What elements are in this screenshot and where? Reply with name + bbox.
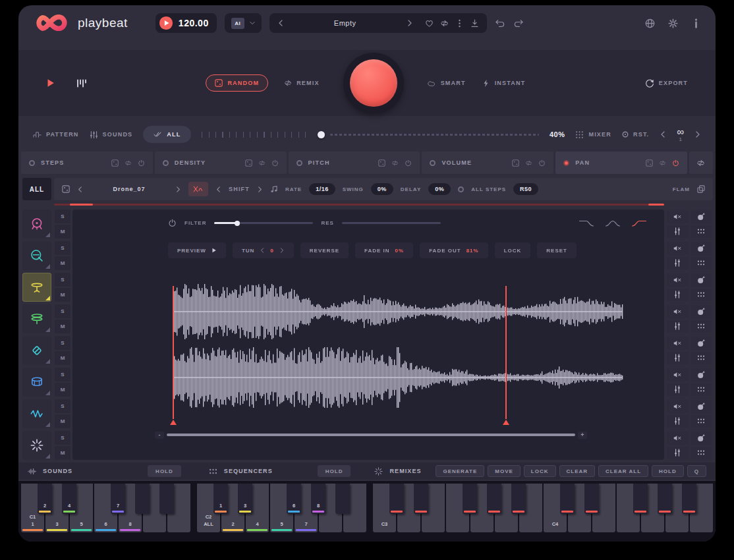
step-grid-button[interactable] <box>691 320 712 333</box>
step-grid-button[interactable] <box>691 383 712 397</box>
piano-key-black[interactable] <box>633 484 648 514</box>
sound-slot-4[interactable] <box>22 304 51 333</box>
sample-start-marker[interactable] <box>173 286 174 419</box>
channel-fader-button[interactable] <box>667 383 689 397</box>
bandpass-filter-icon[interactable] <box>605 219 621 227</box>
sound-slot-2[interactable] <box>22 241 51 270</box>
loop-icon[interactable] <box>258 159 266 167</box>
shift-right-icon[interactable] <box>257 186 263 192</box>
tune-up-icon[interactable] <box>279 248 285 253</box>
glitch-button[interactable] <box>691 210 712 223</box>
random-button[interactable]: RANDOM <box>206 74 268 92</box>
sound-slot-7[interactable] <box>22 399 51 428</box>
glitch-button[interactable] <box>691 273 712 287</box>
tab-pan[interactable]: PAN <box>555 152 687 174</box>
tab-steps[interactable]: STEPS <box>21 152 153 174</box>
ai-menu-button[interactable]: AI <box>225 13 262 33</box>
glitch-button[interactable] <box>691 305 712 318</box>
piano-key-black[interactable] <box>135 484 150 514</box>
redo-icon[interactable] <box>513 18 524 28</box>
main-trigger-button[interactable] <box>343 53 404 113</box>
channel-fader-button[interactable] <box>667 257 689 270</box>
channel-fader-button[interactable] <box>667 289 689 302</box>
sample-next-icon[interactable] <box>175 186 181 192</box>
preview-button[interactable]: PREVIEW <box>168 242 226 258</box>
copy-icon[interactable] <box>697 185 705 193</box>
reset-pattern-button[interactable]: RST. <box>622 131 649 138</box>
piano-key-black-2[interactable]: 2 <box>38 484 52 514</box>
mute-speaker-button[interactable] <box>667 305 689 318</box>
globe-icon[interactable] <box>645 18 655 28</box>
fade-out-control[interactable]: FADE OUT 81% <box>420 242 488 258</box>
channel-fader-button[interactable] <box>667 225 689 238</box>
swing-value[interactable]: 0% <box>371 183 393 195</box>
mute-speaker-button[interactable] <box>667 273 689 287</box>
all-steps-radio[interactable] <box>458 186 464 192</box>
piano-key-black-3[interactable]: 3 <box>238 484 252 514</box>
x-mode-button[interactable] <box>188 182 208 196</box>
lowpass-filter-icon[interactable] <box>579 219 594 227</box>
tab-pitch[interactable]: PITCH <box>289 152 420 174</box>
power-icon[interactable] <box>405 159 412 167</box>
play-circle-icon[interactable] <box>159 16 173 30</box>
generate-button[interactable]: GENERATE <box>436 465 484 477</box>
glitch-button[interactable] <box>691 400 712 413</box>
sample-range-bar[interactable] <box>54 204 664 206</box>
mute-button-8[interactable]: M <box>55 446 71 460</box>
tune-control[interactable]: TUN 0 <box>233 242 294 258</box>
pattern-view-button[interactable]: PATTERN <box>33 130 79 139</box>
favorite-heart-icon[interactable] <box>425 19 434 28</box>
dice-icon[interactable] <box>245 159 252 167</box>
sample-name[interactable]: Drone_07 <box>90 186 168 192</box>
mute-speaker-button[interactable] <box>667 242 689 255</box>
piano-key-black-6[interactable]: 6 <box>287 484 301 514</box>
glitch-button[interactable] <box>691 432 712 445</box>
mute-button-1[interactable]: M <box>55 225 71 238</box>
solo-button-4[interactable]: S <box>55 304 71 318</box>
step-grid-button[interactable] <box>691 289 712 302</box>
tab-radio-icon[interactable] <box>430 160 436 166</box>
tune-down-icon[interactable] <box>260 248 265 253</box>
loop-icon[interactable] <box>525 159 532 167</box>
solo-button-3[interactable]: S <box>55 273 71 287</box>
move-button[interactable]: MOVE <box>488 465 521 477</box>
power-icon[interactable] <box>271 159 279 167</box>
piano-key-black-8[interactable]: 8 <box>311 484 325 514</box>
channel-fader-button[interactable] <box>667 415 689 428</box>
tab-radio-icon[interactable] <box>563 160 569 166</box>
sounds-hold-button[interactable]: HOLD <box>148 465 181 477</box>
preset-prev-icon[interactable] <box>277 20 284 26</box>
power-icon[interactable] <box>538 159 546 167</box>
pattern-next-icon[interactable] <box>694 131 701 138</box>
solo-button-5[interactable]: S <box>55 336 71 350</box>
sound-slot-8[interactable] <box>22 431 51 460</box>
shift-left-icon[interactable] <box>215 186 221 192</box>
play-icon[interactable] <box>46 78 55 88</box>
mute-button-3[interactable]: M <box>55 288 71 302</box>
solo-button-6[interactable]: S <box>55 368 71 381</box>
bpm-display[interactable]: 120.00 <box>155 13 217 33</box>
sound-slot-5[interactable] <box>22 336 51 365</box>
rate-value[interactable]: 1/16 <box>309 183 335 195</box>
glitch-button[interactable] <box>691 242 712 255</box>
tab-radio-icon[interactable] <box>29 160 35 166</box>
preset-menu-icon[interactable] <box>455 19 464 28</box>
randomness-slider[interactable] <box>202 123 539 146</box>
dice-icon[interactable] <box>646 159 653 167</box>
lock-button[interactable]: LOCK <box>524 465 556 477</box>
sound-slot-3[interactable] <box>22 273 51 302</box>
mute-button-5[interactable]: M <box>55 351 71 365</box>
settings-gear-icon[interactable] <box>668 18 678 28</box>
piano-key-black[interactable] <box>414 484 428 514</box>
mute-speaker-button[interactable] <box>667 432 689 445</box>
power-icon[interactable] <box>672 159 679 167</box>
piano-key-black-7[interactable]: 7 <box>111 484 125 514</box>
loop-icon[interactable] <box>391 159 399 167</box>
all-steps-value[interactable]: R50 <box>513 183 538 195</box>
save-preset-icon[interactable] <box>470 19 479 28</box>
range-start-segment[interactable] <box>70 204 93 206</box>
piano-key-black[interactable] <box>159 484 174 514</box>
piano-key-black[interactable] <box>584 484 599 514</box>
step-grid-button[interactable] <box>691 415 712 428</box>
trigger-pad[interactable] <box>350 59 397 107</box>
